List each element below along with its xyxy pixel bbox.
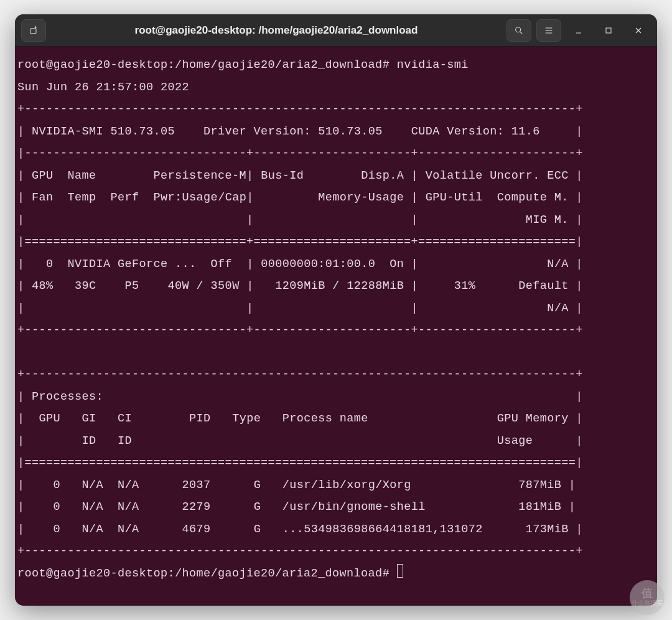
cursor	[397, 564, 403, 578]
timestamp: Sun Jun 26 21:57:00 2022	[17, 81, 189, 94]
terminal-content[interactable]: root@gaojie20-desktop:/home/gaojie20/ari…	[15, 47, 657, 606]
window-title: root@gaojie20-desktop: /home/gaojie20/ar…	[51, 24, 502, 37]
svg-point-3	[516, 27, 521, 32]
svg-rect-9	[606, 28, 611, 33]
search-icon	[514, 26, 524, 35]
svg-rect-0	[30, 28, 36, 33]
prompt-line-2: root@gaojie20-desktop:/home/gaojie20/ari…	[17, 567, 390, 580]
minimize-icon	[574, 26, 584, 35]
close-button[interactable]	[626, 19, 651, 42]
new-tab-button[interactable]	[21, 19, 46, 42]
command-text: nvidia-smi	[397, 59, 469, 72]
maximize-icon	[604, 26, 614, 35]
terminal-window: root@gaojie20-desktop: /home/gaojie20/ar…	[15, 14, 657, 606]
smi-table: +---------------------------------------…	[17, 103, 583, 558]
hamburger-icon	[544, 26, 554, 35]
new-tab-icon	[29, 26, 39, 35]
menu-button[interactable]	[536, 19, 561, 42]
maximize-button[interactable]	[596, 19, 621, 42]
close-icon	[633, 26, 643, 35]
minimize-button[interactable]	[566, 19, 591, 42]
titlebar: root@gaojie20-desktop: /home/gaojie20/ar…	[15, 14, 657, 47]
search-button[interactable]	[506, 19, 531, 42]
svg-line-4	[520, 32, 522, 34]
watermark-badge: 值 什么值得买	[630, 580, 665, 615]
prompt-line-1: root@gaojie20-desktop:/home/gaojie20/ari…	[17, 59, 390, 72]
